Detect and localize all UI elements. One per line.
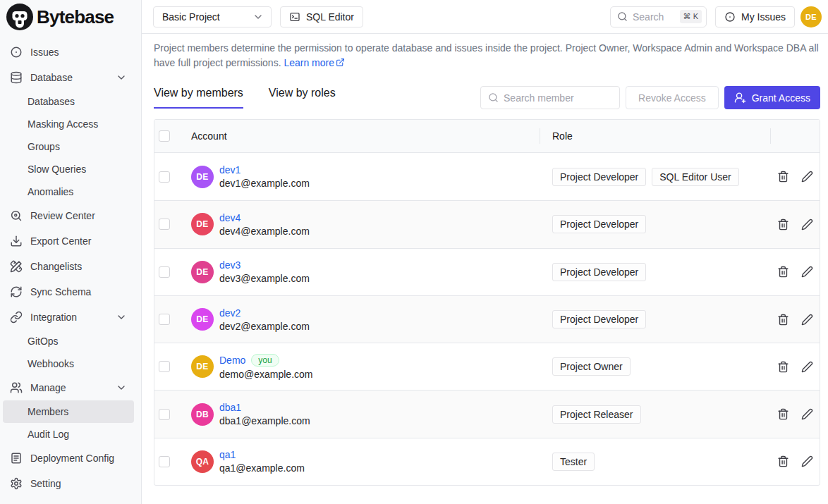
delete-member-button[interactable] xyxy=(777,455,789,467)
my-issues-button[interactable]: My Issues xyxy=(715,6,795,27)
member-name-link[interactable]: dev3 xyxy=(219,259,241,271)
sidebar-item-label: Webhooks xyxy=(28,358,74,369)
delete-member-button[interactable] xyxy=(777,361,789,373)
role-badge: Project Developer xyxy=(552,215,646,233)
chevron-down-icon xyxy=(116,382,127,393)
delete-member-button[interactable] xyxy=(777,408,789,420)
chevron-down-icon xyxy=(116,312,127,323)
sidebar-item-integration[interactable]: Integration xyxy=(3,305,134,330)
sidebar-item-sync-schema[interactable]: Sync Schema xyxy=(3,279,134,305)
select-all-checkbox[interactable] xyxy=(159,130,170,142)
tab-view-by-roles[interactable]: View by roles xyxy=(269,87,336,109)
sidebar-item-label: Anomalies xyxy=(28,186,73,197)
delete-member-button[interactable] xyxy=(777,314,789,326)
pencil-icon xyxy=(801,266,813,278)
row-checkbox[interactable] xyxy=(159,266,170,278)
sidebar-item-manage[interactable]: Manage xyxy=(3,375,134,400)
sidebar-item-members[interactable]: Members xyxy=(3,400,134,423)
edit-member-button[interactable] xyxy=(801,314,813,326)
trash-icon xyxy=(777,455,789,467)
sidebar-item-export-center[interactable]: Export Center xyxy=(3,228,134,254)
main-column: Basic Project SQL Editor Search ⌘ K My I… xyxy=(142,0,828,504)
sidebar-item-anomalies[interactable]: Anomalies xyxy=(3,180,134,203)
member-email: dev2@example.com xyxy=(219,321,310,332)
sidebar-item-gitops[interactable]: GitOps xyxy=(3,330,134,352)
row-checkbox[interactable] xyxy=(159,361,170,372)
sidebar-item-audit-log[interactable]: Audit Log xyxy=(3,423,134,445)
members-table: Account Role DE dev1 dev1@example.com Pr… xyxy=(154,119,820,486)
sidebar-item-databases[interactable]: Databases xyxy=(3,90,134,113)
table-row: DE dev4 dev4@example.com Project Develop… xyxy=(154,200,820,247)
tab-view-by-members[interactable]: View by members xyxy=(154,87,243,109)
member-avatar: DE xyxy=(191,355,214,378)
delete-member-button[interactable] xyxy=(777,219,789,231)
row-checkbox[interactable] xyxy=(159,314,170,325)
pencil-icon xyxy=(801,408,813,420)
edit-member-button[interactable] xyxy=(801,266,813,278)
pencil-icon xyxy=(801,314,813,326)
member-email: dev4@example.com xyxy=(219,226,310,237)
circle-dot-icon xyxy=(10,46,23,59)
sidebar-item-changelists[interactable]: Changelists xyxy=(3,254,134,279)
sidebar-item-setting[interactable]: Setting xyxy=(3,471,134,496)
circle-dot-icon xyxy=(724,11,736,23)
user-avatar[interactable]: DE xyxy=(800,6,822,27)
pencil-icon xyxy=(801,219,813,231)
sidebar-item-label: Integration xyxy=(30,312,77,323)
row-checkbox[interactable] xyxy=(159,456,170,467)
sidebar-item-masking-access[interactable]: Masking Access xyxy=(3,113,134,135)
sidebar-item-deployment-config[interactable]: Deployment Config xyxy=(3,445,134,471)
delete-member-button[interactable] xyxy=(777,171,789,183)
member-name-link[interactable]: dev2 xyxy=(219,307,241,319)
chevron-down-icon xyxy=(252,11,264,23)
page-description: Project members determine the permission… xyxy=(154,41,820,70)
member-name-link[interactable]: dev4 xyxy=(219,212,241,223)
bytebase-logo-icon xyxy=(6,4,33,30)
delete-member-button[interactable] xyxy=(777,266,789,278)
table-row: DE dev2 dev2@example.com Project Develop… xyxy=(154,295,820,343)
sidebar-item-database[interactable]: Database xyxy=(3,65,134,90)
member-search-input[interactable]: Search member xyxy=(480,86,620,109)
sidebar-item-slow-queries[interactable]: Slow Queries xyxy=(3,158,134,180)
sidebar-item-label: Database xyxy=(30,72,73,83)
learn-more-link[interactable]: Learn more xyxy=(284,57,334,68)
row-checkbox[interactable] xyxy=(159,409,170,420)
edit-member-button[interactable] xyxy=(801,408,813,420)
edit-member-button[interactable] xyxy=(801,455,813,467)
edit-member-button[interactable] xyxy=(801,219,813,231)
role-badge: SQL Editor User xyxy=(652,168,738,186)
sidebar-item-label: Databases xyxy=(28,96,75,107)
search-icon xyxy=(617,11,628,22)
trash-icon xyxy=(777,171,789,183)
column-header-account: Account xyxy=(191,130,227,142)
brand-logo[interactable]: Bytebase xyxy=(0,0,141,34)
sidebar-item-groups[interactable]: Groups xyxy=(3,135,134,158)
member-email: dba1@example.com xyxy=(219,415,310,426)
member-name-link[interactable]: dev1 xyxy=(219,164,241,176)
edit-member-button[interactable] xyxy=(801,171,813,183)
sidebar-item-label: Changelists xyxy=(30,261,82,272)
member-name-link[interactable]: dba1 xyxy=(219,402,241,413)
grant-access-label: Grant Access xyxy=(752,92,810,104)
sql-editor-button[interactable]: SQL Editor xyxy=(280,6,363,27)
grant-access-button[interactable]: Grant Access xyxy=(724,86,820,109)
member-avatar: DE xyxy=(191,166,214,188)
sidebar-item-label: Groups xyxy=(28,141,60,152)
member-avatar: DE xyxy=(191,213,214,235)
sidebar-nav: IssuesDatabaseDatabasesMasking AccessGro… xyxy=(0,34,141,504)
row-checkbox[interactable] xyxy=(159,219,170,230)
table-row: QA qa1 qa1@example.com Tester xyxy=(154,438,820,485)
member-name-link[interactable]: Demo xyxy=(219,355,245,366)
project-select[interactable]: Basic Project xyxy=(153,6,272,27)
member-search-placeholder: Search member xyxy=(504,92,574,104)
row-checkbox[interactable] xyxy=(159,171,170,183)
sidebar-item-webhooks[interactable]: Webhooks xyxy=(3,352,134,375)
global-search-input[interactable]: Search ⌘ K xyxy=(610,6,707,27)
member-name-link[interactable]: qa1 xyxy=(219,449,236,460)
file-config-icon xyxy=(10,452,23,465)
sidebar-item-review-center[interactable]: Review Center xyxy=(3,203,134,228)
sidebar-item-issues[interactable]: Issues xyxy=(3,39,134,65)
edit-member-button[interactable] xyxy=(801,361,813,373)
revoke-access-button[interactable]: Revoke Access xyxy=(626,86,719,109)
my-issues-label: My Issues xyxy=(741,11,786,23)
